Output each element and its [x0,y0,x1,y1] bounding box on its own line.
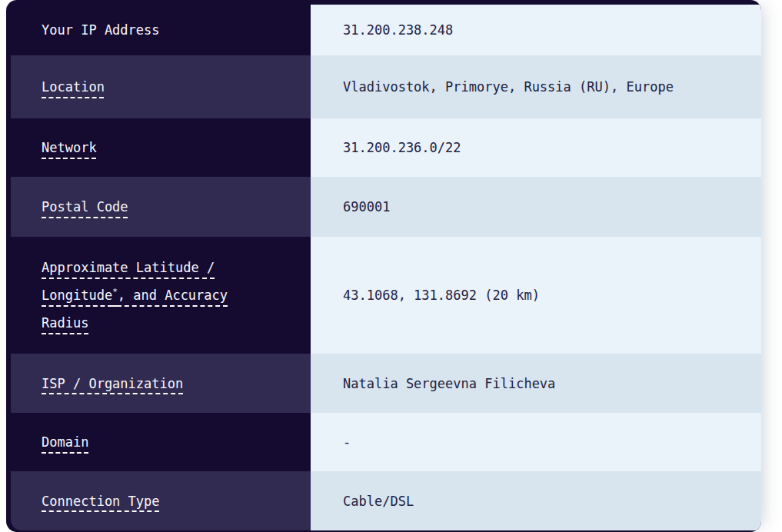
table-row: Network 31.200.236.0/22 [11,118,761,177]
row-label-cell: ISP / Organization [11,354,311,413]
label-isp-organization[interactable]: ISP / Organization [42,370,183,397]
row-label-cell: Approximate Latitude / Longitude*, and A… [11,237,311,354]
row-value-cell: 31.200.238.248 [311,5,761,55]
table-row: Connection Type Cable/DSL [11,471,761,530]
value-domain: - [343,432,351,452]
row-label-cell: Connection Type [11,471,311,530]
value-postal-code: 690001 [343,197,390,217]
footnote-asterisk: * [112,287,118,297]
row-value-cell: 31.200.236.0/22 [311,118,761,177]
label-location[interactable]: Location [42,73,105,101]
table-row: Your IP Address 31.200.238.248 [11,5,761,55]
label-your-ip-address: Your IP Address [42,16,160,44]
label-approximate-coordinates[interactable]: Approximate Latitude / Longitude*, and A… [42,254,235,337]
table-row: ISP / Organization Natalia Sergeevna Fil… [11,354,761,413]
row-label-cell: Your IP Address [11,5,311,55]
value-network: 31.200.236.0/22 [343,138,461,158]
row-value-cell: Natalia Sergeevna Filicheva [311,354,761,413]
row-value-cell: 43.1068, 131.8692 (20 km) [311,237,761,354]
value-isp-organization: Natalia Sergeevna Filicheva [343,374,555,394]
label-connection-type[interactable]: Connection Type [42,487,160,515]
label-domain[interactable]: Domain [42,428,88,456]
value-connection-type: Cable/DSL [343,491,414,511]
value-coordinates: 43.1068, 131.8692 (20 km) [343,285,540,305]
table-row: Domain - [11,413,761,471]
value-location: Vladivostok, Primorye, Russia (RU), Euro… [343,77,674,97]
label-network[interactable]: Network [42,134,97,161]
row-value-cell: - [311,413,761,471]
row-value-cell: Cable/DSL [311,471,761,530]
value-ip-address: 31.200.238.248 [343,20,453,40]
table-row: Approximate Latitude / Longitude*, and A… [11,237,761,354]
label-postal-code[interactable]: Postal Code [42,193,128,221]
row-label-cell: Network [11,118,311,177]
row-value-cell: 690001 [311,177,761,237]
row-value-cell: Vladivostok, Primorye, Russia (RU), Euro… [311,55,761,118]
table-row: Postal Code 690001 [11,177,761,237]
row-label-cell: Location [11,55,311,118]
row-label-cell: Domain [11,413,311,471]
row-label-cell: Postal Code [11,177,311,237]
ip-info-table: Your IP Address 31.200.238.248 Location … [6,0,761,532]
table-row: Location Vladivostok, Primorye, Russia (… [11,55,761,118]
